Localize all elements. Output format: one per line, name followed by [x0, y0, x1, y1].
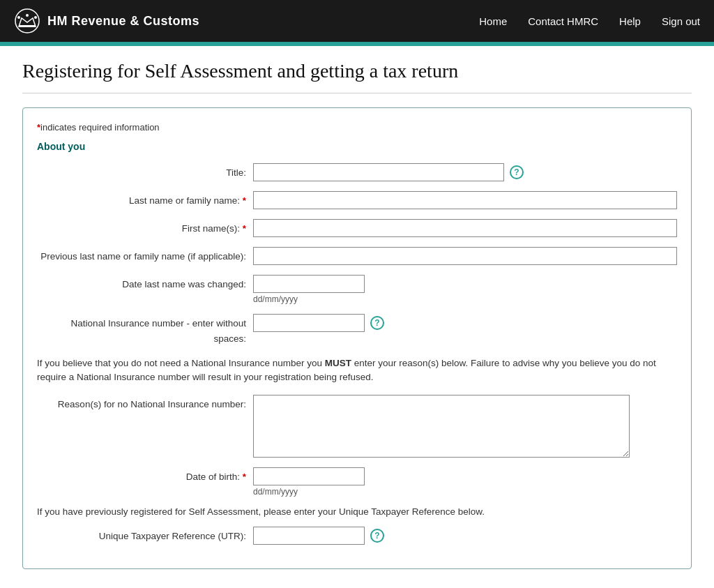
prev-reg-note: If you have previously registered for Se… [37, 506, 677, 517]
date-name-changed-hint: dd/mm/yyyy [253, 294, 677, 304]
ni-reason-row: Reason(s) for no National Insurance numb… [37, 395, 677, 458]
section-title: About you [37, 141, 677, 152]
ni-number-inline: ? [253, 314, 677, 332]
last-name-row: Last name or family name: * [37, 191, 677, 209]
ni-help-icon[interactable]: ? [370, 316, 384, 330]
dob-label: Date of birth: * [37, 467, 253, 485]
dob-hint: dd/mm/yyyy [253, 487, 677, 497]
title-inline: ? [253, 163, 677, 181]
org-logo: HM Revenue & Customs [14, 8, 199, 34]
previous-name-control-wrap [253, 247, 677, 265]
crown-icon [14, 8, 40, 34]
svg-point-4 [34, 16, 37, 19]
svg-rect-5 [19, 25, 36, 27]
main-content: Registering for Self Assessment and gett… [8, 46, 706, 583]
nav-help[interactable]: Help [619, 15, 641, 27]
date-name-changed-input[interactable] [253, 275, 365, 293]
ni-reason-control-wrap [253, 395, 677, 458]
site-header: HM Revenue & Customs Home Contact HMRC H… [0, 0, 714, 42]
date-name-changed-label: Date last name was changed: [37, 275, 253, 292]
org-name: HM Revenue & Customs [47, 14, 199, 29]
ni-number-label: National Insurance number - enter withou… [37, 314, 253, 347]
form-container: *indicates required information About yo… [22, 107, 692, 569]
first-name-input[interactable] [253, 219, 677, 237]
svg-point-0 [15, 9, 39, 33]
last-name-control-wrap [253, 191, 677, 209]
title-row: Title: ? [37, 163, 677, 181]
ni-reason-label: Reason(s) for no National Insurance numb… [37, 395, 253, 412]
date-name-changed-row: Date last name was changed: dd/mm/yyyy [37, 275, 677, 304]
previous-name-row: Previous last name or family name (if ap… [37, 247, 677, 265]
title-label: Title: [37, 163, 253, 181]
ni-number-control-wrap: ? [253, 314, 677, 332]
utr-help-icon[interactable]: ? [370, 529, 384, 543]
svg-point-3 [26, 14, 29, 17]
first-name-label: First name(s): * [37, 219, 253, 236]
nav-home[interactable]: Home [479, 15, 507, 27]
page-title: Registering for Self Assessment and gett… [22, 60, 692, 93]
ni-number-row: National Insurance number - enter withou… [37, 314, 677, 347]
nav-sign-out[interactable]: Sign out [662, 15, 700, 27]
title-control-wrap: ? [253, 163, 677, 181]
svg-point-2 [17, 16, 20, 19]
required-note: *indicates required information [37, 122, 677, 133]
last-name-label: Last name or family name: * [37, 191, 253, 209]
dob-input[interactable] [253, 467, 365, 485]
utr-inline: ? [253, 527, 677, 545]
title-help-icon[interactable]: ? [510, 165, 524, 179]
previous-name-input[interactable] [253, 247, 677, 265]
ni-reason-textarea[interactable] [253, 395, 630, 458]
utr-row: Unique Taxpayer Reference (UTR): ? [37, 527, 677, 545]
first-name-row: First name(s): * [37, 219, 677, 237]
utr-control-wrap: ? [253, 527, 677, 545]
date-name-changed-control-wrap: dd/mm/yyyy [253, 275, 677, 304]
utr-input[interactable] [253, 527, 365, 545]
dob-control-wrap: dd/mm/yyyy [253, 467, 677, 497]
main-nav: Home Contact HMRC Help Sign out [479, 15, 700, 27]
utr-label: Unique Taxpayer Reference (UTR): [37, 527, 253, 544]
last-name-input[interactable] [253, 191, 677, 209]
ni-number-input[interactable] [253, 314, 365, 332]
first-name-control-wrap [253, 219, 677, 237]
ni-info-paragraph: If you believe that you do not need a Na… [37, 356, 677, 385]
nav-contact[interactable]: Contact HMRC [528, 15, 598, 27]
dob-row: Date of birth: * dd/mm/yyyy [37, 467, 677, 497]
title-input[interactable] [253, 163, 504, 181]
previous-name-label: Previous last name or family name (if ap… [37, 247, 253, 264]
